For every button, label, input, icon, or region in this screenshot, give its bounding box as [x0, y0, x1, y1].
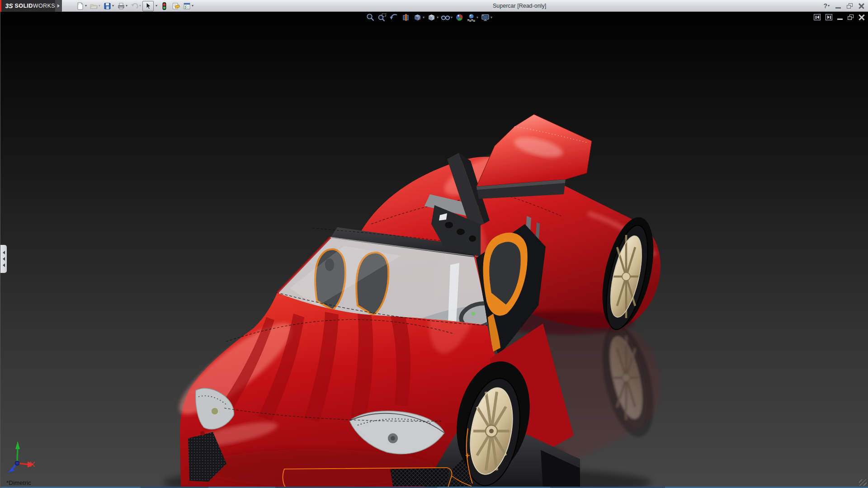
brand-logo-glyph: 3S	[5, 2, 13, 9]
apply-scene-icon	[467, 13, 476, 22]
document-window-controls	[814, 14, 865, 20]
menu-arrow-icon	[57, 4, 60, 8]
restore-button[interactable]	[847, 3, 853, 9]
section-view-button[interactable]	[400, 13, 411, 22]
close-document-button[interactable]	[859, 14, 865, 20]
zoom-to-fit-button[interactable]	[365, 13, 376, 22]
undo-dropdown[interactable]: ▾	[139, 4, 141, 8]
collapse-arrow-icon	[3, 263, 5, 267]
view-orientation-label: *Dimetric	[6, 479, 31, 486]
save-dropdown[interactable]: ▾	[112, 4, 114, 8]
print-button[interactable]: ▾	[115, 0, 129, 11]
brand-accent-bar	[0, 0, 1, 12]
open-dropdown[interactable]: ▾	[99, 4, 100, 8]
apply-scene-button[interactable]: ▾	[466, 13, 479, 22]
options-icon	[183, 2, 191, 10]
brand-solid-text: SOLID	[15, 3, 33, 9]
view-orientation-dropdown[interactable]: ▾	[423, 15, 425, 19]
title-bar: 3S SOLIDWORKS ▾ ▾	[0, 0, 868, 12]
minimize-document-button[interactable]	[837, 19, 843, 20]
window-controls: ?▾	[823, 0, 864, 12]
close-button[interactable]	[859, 3, 864, 9]
display-style-dropdown[interactable]: ▾	[437, 15, 439, 19]
3d-model-supercar[interactable]	[0, 12, 868, 488]
heads-up-toolbar: ▾ ▾ ▾	[365, 13, 493, 22]
edit-appearance-button[interactable]	[454, 13, 465, 22]
collapse-arrow-icon	[3, 257, 5, 261]
hide-show-items-icon	[441, 13, 450, 22]
select-button[interactable]	[142, 1, 154, 11]
save-button[interactable]: ▾	[102, 0, 115, 11]
tow-cover	[200, 431, 205, 436]
options-button[interactable]: ▾	[181, 0, 195, 11]
print-icon	[117, 2, 125, 10]
options-dropdown[interactable]: ▾	[192, 4, 193, 8]
standard-toolbar: ▾ ▾ ▾ ▾	[75, 0, 195, 12]
restore-document-button[interactable]	[848, 14, 854, 20]
file-properties-button[interactable]	[170, 0, 181, 11]
help-button[interactable]: ?▾	[823, 2, 830, 9]
left-pane-arrow-icon	[817, 15, 819, 19]
select-cursor-icon	[144, 2, 152, 10]
hide-show-items-button[interactable]: ▾	[440, 13, 453, 22]
new-dropdown[interactable]: ▾	[85, 4, 87, 8]
right-pane-arrow-icon	[827, 15, 830, 19]
apply-scene-dropdown[interactable]: ▾	[476, 15, 478, 19]
open-button[interactable]: ▾	[88, 0, 102, 11]
help-icon: ?	[823, 2, 827, 9]
undo-icon	[130, 2, 139, 10]
view-settings-dropdown[interactable]: ▾	[491, 15, 492, 19]
open-door[interactable]	[476, 114, 592, 199]
zoom-to-area-button[interactable]	[377, 13, 388, 22]
expand-left-pane-button[interactable]	[814, 14, 821, 20]
display-style-icon	[427, 13, 436, 22]
select-dropdown[interactable]: ▾	[154, 0, 159, 11]
window-title: Supercar [Read-only]	[493, 3, 546, 9]
zoom-to-area-icon	[377, 13, 387, 22]
view-settings-button[interactable]: ▾	[480, 13, 493, 22]
view-orientation-icon	[413, 13, 422, 22]
rebuild-traffic-light-icon	[160, 2, 169, 10]
print-dropdown[interactable]: ▾	[126, 4, 127, 8]
new-document-icon	[76, 2, 85, 10]
view-settings-icon	[481, 13, 490, 22]
open-icon	[90, 2, 98, 10]
menu-expand-arrow[interactable]	[55, 0, 62, 12]
previous-view-button[interactable]	[388, 13, 400, 22]
brand-works-text: WORKS	[33, 3, 55, 9]
hide-show-items-dropdown[interactable]: ▾	[451, 15, 453, 19]
save-icon	[103, 2, 112, 10]
orientation-triad[interactable]	[8, 441, 35, 473]
zoom-to-fit-icon	[366, 13, 375, 22]
help-dropdown[interactable]: ▾	[828, 4, 830, 8]
display-style-button[interactable]: ▾	[426, 13, 439, 22]
solidworks-logo: 3S SOLIDWORKS	[0, 0, 55, 12]
resize-grip[interactable]	[859, 479, 867, 486]
rebuild-button[interactable]	[159, 0, 170, 11]
file-properties-icon	[171, 2, 180, 10]
solidworks-window: 3S SOLIDWORKS ▾ ▾	[0, 0, 868, 488]
undo-button[interactable]: ▾	[129, 0, 142, 11]
graphics-viewport[interactable]: ▾ ▾ ▾	[0, 12, 868, 488]
collapse-arrow-icon	[3, 251, 5, 254]
featuremanager-flyout-tab[interactable]	[0, 245, 7, 273]
minimize-button[interactable]	[835, 7, 841, 9]
previous-view-icon	[389, 13, 399, 22]
edit-appearance-icon	[455, 13, 464, 22]
view-orientation-button[interactable]: ▾	[412, 13, 425, 22]
expand-right-pane-button[interactable]	[826, 14, 832, 20]
section-view-icon	[401, 13, 410, 22]
new-document-button[interactable]: ▾	[75, 0, 88, 11]
